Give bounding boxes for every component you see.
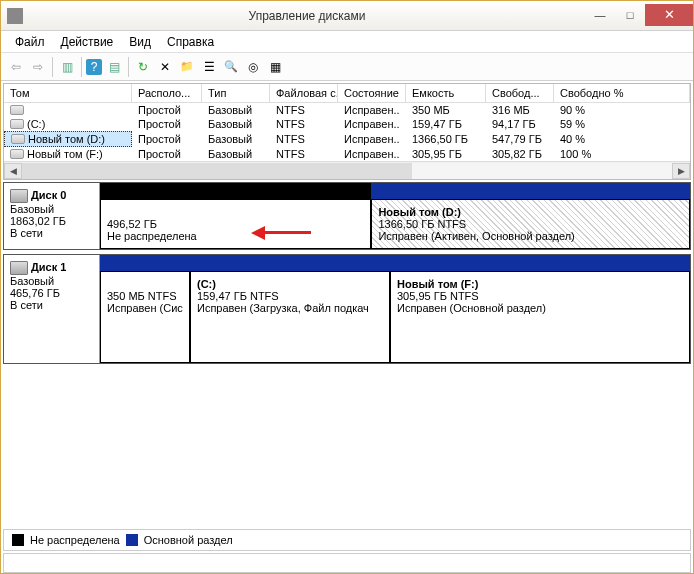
partition-c[interactable]: (C:) 159,47 ГБ NTFS Исправен (Загрузка, … bbox=[190, 271, 390, 363]
cell-freepct: 90 % bbox=[554, 103, 690, 117]
disk-panel-0: Диск 0 Базовый 1863,02 ГБ В сети 496,52 … bbox=[3, 182, 691, 250]
menu-action[interactable]: Действие bbox=[53, 33, 122, 51]
arrow-annotation bbox=[251, 226, 311, 238]
partition-f-name: Новый том (F:) bbox=[397, 278, 478, 290]
cell-free: 305,82 ГБ bbox=[486, 147, 554, 161]
maximize-button[interactable]: □ bbox=[615, 4, 645, 26]
cell-fs: NTFS bbox=[270, 131, 338, 147]
legend-unallocated-label: Не распределена bbox=[30, 534, 120, 546]
cell-cap: 305,95 ГБ bbox=[406, 147, 486, 161]
disk-1-size: 465,76 ГБ bbox=[10, 287, 60, 299]
folder-button[interactable]: 📁 bbox=[177, 57, 197, 77]
col-free-percent[interactable]: Свободно % bbox=[554, 84, 690, 102]
titlebar: Управление дисками — □ ✕ bbox=[1, 1, 693, 31]
refresh-button[interactable]: ↻ bbox=[133, 57, 153, 77]
col-filesystem[interactable]: Файловая с... bbox=[270, 84, 338, 102]
partition-d-size: 1366,50 ГБ NTFS bbox=[378, 218, 466, 230]
cell-type: Базовый bbox=[202, 131, 270, 147]
disk-1-info[interactable]: Диск 1 Базовый 465,76 ГБ В сети bbox=[4, 255, 100, 363]
toolbar-separator bbox=[128, 57, 129, 77]
partition-f-status: Исправен (Основной раздел) bbox=[397, 302, 546, 314]
partition-c-status: Исправен (Загрузка, Файл подкач bbox=[197, 302, 369, 314]
drive-icon bbox=[10, 105, 24, 115]
disk-1-status: В сети bbox=[10, 299, 43, 311]
drive-icon bbox=[10, 119, 24, 129]
disk-graphical-view: Диск 0 Базовый 1863,02 ГБ В сети 496,52 … bbox=[3, 182, 691, 364]
partition-c-size: 159,47 ГБ NTFS bbox=[197, 290, 279, 302]
cell-type: Базовый bbox=[202, 117, 270, 131]
col-type[interactable]: Тип bbox=[202, 84, 270, 102]
drive-icon bbox=[10, 149, 24, 159]
unallocated-partition[interactable]: 496,52 ГБ Не распределена bbox=[100, 199, 371, 249]
disk-panel-1: Диск 1 Базовый 465,76 ГБ В сети 350 МБ N… bbox=[3, 254, 691, 364]
disk-icon bbox=[10, 189, 28, 203]
legend-primary-swatch bbox=[126, 534, 138, 546]
cell-status: Исправен.. bbox=[338, 103, 406, 117]
partition-c-name: (C:) bbox=[197, 278, 216, 290]
disk-icon bbox=[10, 261, 28, 275]
disk-1-layout: 350 МБ NTFS Исправен (Сис (C:) 159,47 ГБ… bbox=[100, 255, 690, 363]
cell-cap: 350 МБ bbox=[406, 103, 486, 117]
col-status[interactable]: Состояние bbox=[338, 84, 406, 102]
cell-fs: NTFS bbox=[270, 117, 338, 131]
horizontal-scrollbar[interactable]: ◀ ▶ bbox=[4, 161, 690, 179]
disk-0-layout: 496,52 ГБ Не распределена Новый том (D:)… bbox=[100, 183, 690, 249]
minimize-button[interactable]: — bbox=[585, 4, 615, 26]
list-button[interactable]: ▤ bbox=[104, 57, 124, 77]
partition-d[interactable]: Новый том (D:) 1366,50 ГБ NTFS Исправен … bbox=[371, 199, 690, 249]
col-volume[interactable]: Том bbox=[4, 84, 132, 102]
primary-header bbox=[371, 183, 690, 199]
scroll-left-button[interactable]: ◀ bbox=[4, 163, 22, 179]
scroll-thumb[interactable] bbox=[22, 163, 412, 179]
partition-system-size: 350 МБ NTFS bbox=[107, 290, 177, 302]
cell-freepct: 59 % bbox=[554, 117, 690, 131]
disk-1-header-bar bbox=[100, 255, 690, 271]
tree-button[interactable]: ☰ bbox=[199, 57, 219, 77]
menu-file[interactable]: Файл bbox=[7, 33, 53, 51]
disk-0-header-bar bbox=[100, 183, 690, 199]
cell-free: 316 МБ bbox=[486, 103, 554, 117]
cell-freepct: 40 % bbox=[554, 131, 690, 147]
partition-f[interactable]: Новый том (F:) 305,95 ГБ NTFS Исправен (… bbox=[390, 271, 690, 363]
map-button[interactable]: ▦ bbox=[265, 57, 285, 77]
back-button[interactable]: ⇦ bbox=[6, 57, 26, 77]
menu-help[interactable]: Справка bbox=[159, 33, 222, 51]
volume-row[interactable]: ПростойБазовыйNTFSИсправен..350 МБ316 МБ… bbox=[4, 103, 690, 117]
delete-button[interactable]: ✕ bbox=[155, 57, 175, 77]
col-layout[interactable]: Располо... bbox=[132, 84, 202, 102]
scroll-right-button[interactable]: ▶ bbox=[672, 163, 690, 179]
cell-layout: Простой bbox=[132, 103, 202, 117]
statusbar bbox=[3, 553, 691, 573]
cell-layout: Простой bbox=[132, 147, 202, 161]
disk-0-info[interactable]: Диск 0 Базовый 1863,02 ГБ В сети bbox=[4, 183, 100, 249]
drive-icon bbox=[11, 134, 25, 144]
disk-0-name: Диск 0 bbox=[31, 189, 66, 201]
scroll-track[interactable] bbox=[22, 163, 672, 179]
col-free[interactable]: Свобод... bbox=[486, 84, 554, 102]
volume-list-body: ПростойБазовыйNTFSИсправен..350 МБ316 МБ… bbox=[4, 103, 690, 161]
cell-type: Базовый bbox=[202, 147, 270, 161]
disk-0-type: Базовый bbox=[10, 203, 54, 215]
partition-d-status: Исправен (Активен, Основной раздел) bbox=[378, 230, 574, 242]
toolbar-separator bbox=[81, 57, 82, 77]
volume-row[interactable]: Новый том (F:)ПростойБазовыйNTFSИсправен… bbox=[4, 147, 690, 161]
forward-button[interactable]: ⇨ bbox=[28, 57, 48, 77]
help-button[interactable]: ? bbox=[86, 59, 102, 75]
partition-system[interactable]: 350 МБ NTFS Исправен (Сис bbox=[100, 271, 190, 363]
find-button[interactable]: 🔍 bbox=[221, 57, 241, 77]
cell-fs: NTFS bbox=[270, 147, 338, 161]
volume-row[interactable]: (C:)ПростойБазовыйNTFSИсправен..159,47 Г… bbox=[4, 117, 690, 131]
menubar: Файл Действие Вид Справка bbox=[1, 31, 693, 53]
cell-free: 94,17 ГБ bbox=[486, 117, 554, 131]
menu-view[interactable]: Вид bbox=[121, 33, 159, 51]
cell-cap: 159,47 ГБ bbox=[406, 117, 486, 131]
cell-freepct: 100 % bbox=[554, 147, 690, 161]
scan-button[interactable]: ◎ bbox=[243, 57, 263, 77]
properties-button[interactable]: ▥ bbox=[57, 57, 77, 77]
close-button[interactable]: ✕ bbox=[645, 4, 693, 26]
toolbar: ⇦ ⇨ ▥ ? ▤ ↻ ✕ 📁 ☰ 🔍 ◎ ▦ bbox=[1, 53, 693, 81]
volume-row[interactable]: Новый том (D:)ПростойБазовыйNTFSИсправен… bbox=[4, 131, 690, 147]
legend: Не распределена Основной раздел bbox=[3, 529, 691, 551]
col-capacity[interactable]: Емкость bbox=[406, 84, 486, 102]
cell-type: Базовый bbox=[202, 103, 270, 117]
